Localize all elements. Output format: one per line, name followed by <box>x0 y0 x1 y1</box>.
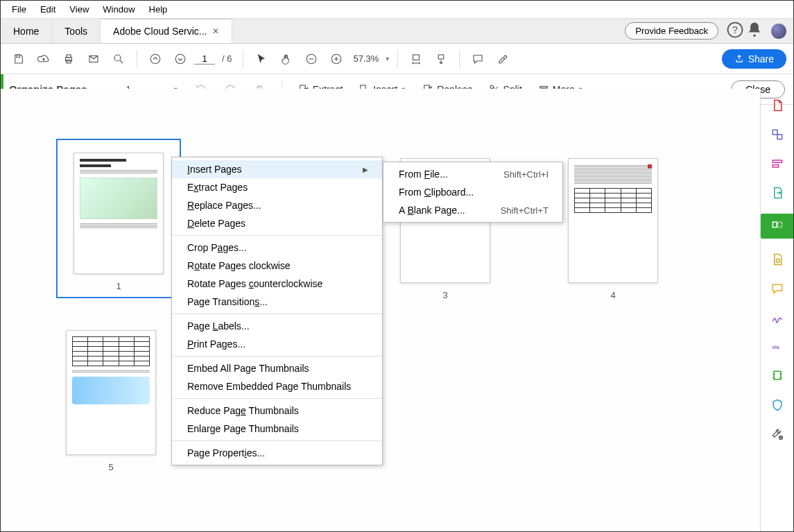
comment-icon[interactable] <box>467 48 489 70</box>
rail-protect-icon[interactable] <box>769 397 786 413</box>
menu-bar: File Edit View Window Help <box>1 1 793 19</box>
cloud-upload-icon[interactable] <box>33 48 55 70</box>
search-icon[interactable] <box>107 48 130 70</box>
svg-rect-5 <box>67 55 71 58</box>
svg-rect-27 <box>773 165 778 167</box>
sub-blank-page[interactable]: A Blank Page...Shift+Ctrl+T <box>383 201 562 219</box>
ctx-rotate-cw[interactable]: Rotate Pages clockwise <box>172 257 382 275</box>
ctx-insert-pages[interactable]: Insert Pages▶ <box>172 160 382 178</box>
page-thumb-1[interactable]: 1 <box>56 139 181 298</box>
tab-document[interactable]: Adobe Cloud Servic... ✕ <box>101 19 232 43</box>
ctx-embed[interactable]: Embed All Page Thumbnails <box>172 359 382 377</box>
svg-rect-25 <box>777 135 782 139</box>
svg-rect-29 <box>777 222 782 228</box>
help-icon[interactable]: ? <box>725 20 745 42</box>
page-thumb-5[interactable]: 5 <box>66 330 156 472</box>
rail-export-icon[interactable] <box>769 185 786 201</box>
page-down-icon[interactable] <box>169 48 191 70</box>
ctx-enlarge[interactable]: Enlarge Page Thumbnails <box>172 420 382 438</box>
page-thumb-4[interactable]: 4 <box>568 158 658 300</box>
rail-organize-icon[interactable] <box>761 214 794 239</box>
page-number-input[interactable] <box>194 53 215 65</box>
share-button[interactable]: Share <box>722 49 786 69</box>
svg-text:xls: xls <box>772 344 779 350</box>
bell-icon[interactable] <box>745 20 764 42</box>
ctx-labels[interactable]: Page Labels... <box>172 317 382 335</box>
tab-home[interactable]: Home <box>1 19 52 43</box>
fit-width-icon[interactable] <box>405 48 427 70</box>
page-number-label: 3 <box>442 290 447 300</box>
rail-comment-icon[interactable] <box>769 251 786 268</box>
page-up-icon[interactable] <box>144 48 166 70</box>
svg-text:?: ? <box>732 24 738 35</box>
svg-rect-26 <box>773 160 782 162</box>
rail-edit-icon[interactable] <box>769 155 786 172</box>
highlight-icon[interactable] <box>492 48 514 70</box>
share-label: Share <box>748 53 774 65</box>
rail-optimize-icon[interactable] <box>769 368 786 384</box>
svg-rect-28 <box>773 222 777 228</box>
provide-feedback-button[interactable]: Provide Feedback <box>625 22 718 40</box>
svg-point-10 <box>175 54 185 64</box>
ctx-label: nsert Pages <box>190 164 242 175</box>
rail-combine-icon[interactable] <box>769 126 786 143</box>
rail-sign-icon[interactable] <box>769 309 786 326</box>
right-tool-rail: xls <box>760 89 793 531</box>
page-total-label: / 6 <box>222 53 232 64</box>
ctx-extract-pages[interactable]: Extract Pages <box>172 178 382 196</box>
sub-from-clipboard[interactable]: From Clipboard... <box>383 183 562 201</box>
svg-point-8 <box>114 55 121 61</box>
menu-help[interactable]: Help <box>142 2 175 17</box>
tab-tools[interactable]: Tools <box>52 19 101 43</box>
context-menu: Insert Pages▶ Extract Pages Replace Page… <box>171 157 383 465</box>
zoom-value[interactable]: 57.3% <box>353 53 379 64</box>
sub-from-file[interactable]: From File...Shift+Ctrl+I <box>383 165 562 183</box>
ctx-reduce[interactable]: Reduce Page Thumbnails <box>172 402 382 420</box>
svg-rect-24 <box>773 130 777 135</box>
menu-edit[interactable]: Edit <box>33 2 62 17</box>
ctx-transitions[interactable]: Page Transitions... <box>172 293 382 311</box>
rail-chat-icon[interactable] <box>769 280 786 297</box>
svg-rect-14 <box>439 55 445 59</box>
menu-view[interactable]: View <box>62 2 96 17</box>
svg-rect-21 <box>540 86 548 87</box>
svg-point-9 <box>150 54 160 64</box>
rail-more-tools-icon[interactable] <box>769 426 786 443</box>
rail-xls-icon[interactable]: xls <box>769 338 786 355</box>
mail-icon[interactable] <box>83 48 105 70</box>
hand-icon[interactable] <box>275 48 297 70</box>
svg-point-2 <box>753 34 756 37</box>
pointer-icon[interactable] <box>250 48 273 70</box>
print-icon[interactable] <box>58 48 80 70</box>
svg-point-30 <box>776 259 779 262</box>
menu-file[interactable]: File <box>5 2 33 17</box>
ctx-remove-embed[interactable]: Remove Embedded Page Thumbnails <box>172 377 382 395</box>
ctx-rotate-ccw[interactable]: Rotate Pages counterclockwise <box>172 275 382 293</box>
svg-rect-6 <box>67 60 71 63</box>
tab-row: Home Tools Adobe Cloud Servic... ✕ Provi… <box>1 19 793 44</box>
page-number-label: 1 <box>116 281 121 291</box>
page-number-label: 5 <box>108 462 113 472</box>
ctx-delete-pages[interactable]: Delete Pages <box>172 214 382 232</box>
main-toolbar: / 6 57.3% ▼ Share <box>1 44 793 74</box>
avatar[interactable] <box>771 24 786 39</box>
tab-document-label: Adobe Cloud Servic... <box>113 26 207 37</box>
svg-point-19 <box>490 85 494 89</box>
zoom-caret-icon[interactable]: ▼ <box>384 55 390 62</box>
ctx-replace-pages[interactable]: Replace Pages... <box>172 196 382 214</box>
ctx-properties[interactable]: Page Properties... <box>172 444 382 462</box>
zoom-out-icon[interactable] <box>300 48 322 70</box>
svg-rect-13 <box>413 55 420 60</box>
zoom-in-icon[interactable] <box>325 48 347 70</box>
tab-close-icon[interactable]: ✕ <box>212 26 219 36</box>
ctx-crop-pages[interactable]: Crop Pages... <box>172 239 382 257</box>
rail-create-pdf-icon[interactable] <box>769 97 786 114</box>
menu-window[interactable]: Window <box>96 2 141 17</box>
svg-rect-3 <box>17 55 20 58</box>
insert-submenu: From File...Shift+Ctrl+I From Clipboard.… <box>383 162 563 223</box>
scroll-mode-icon[interactable] <box>430 48 452 70</box>
page-number-label: 4 <box>610 290 615 300</box>
ctx-print[interactable]: Print Pages... <box>172 335 382 353</box>
save-icon[interactable] <box>8 48 30 70</box>
